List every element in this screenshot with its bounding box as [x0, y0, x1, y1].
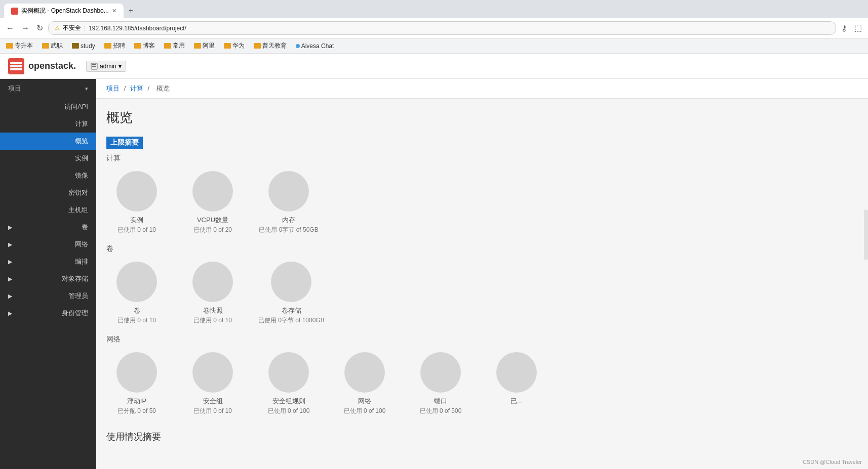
tab-title: 实例概况 - OpenStack Dashbo... [21, 7, 109, 15]
bookmark-label: 常用 [173, 41, 185, 50]
bookmark-item[interactable]: 武职 [40, 40, 65, 51]
sidebar-project-label: 项目 [8, 84, 21, 93]
sidebar-item-keypairs[interactable]: 密钥对 [0, 184, 96, 201]
sidebar-item-hostgroups[interactable]: 主机组 [0, 201, 96, 219]
usage-section-title: 使用情况摘要 [106, 431, 858, 443]
bookmark-item[interactable]: 普天教育 [252, 40, 289, 51]
bookmarks-bar: 专升本武职study招聘博客常用阿里华为普天教育Aivesa Chat [0, 38, 868, 54]
content-body: 概览 上限摘要 计算 实例 已使用 0 of 10 VCPU数量 已使用 0 o… [96, 99, 868, 453]
quota-usage: 已分配 0 of 50 [117, 407, 156, 415]
quota-label: 卷 [134, 306, 140, 315]
compute-subsection: 计算 实例 已使用 0 of 10 VCPU数量 已使用 0 of 20 内存 … [106, 154, 858, 234]
bookmark-item[interactable]: Aivesa Chat [294, 41, 336, 51]
network-quota-grid: 浮动IP 已分配 0 of 50 安全组 已使用 0 of 10 安全组规则 已… [106, 352, 858, 415]
sidebar-identity-label: 身份管理 [62, 309, 88, 318]
quota-section-title: 上限摘要 [106, 137, 143, 149]
bookmark-item[interactable]: study [70, 41, 97, 51]
scrollbar[interactable] [864, 209, 868, 260]
bookmark-item[interactable]: 专升本 [4, 40, 35, 51]
bookmark-folder-icon [72, 43, 79, 49]
sidebar-object-storage-header[interactable]: ▶ 对象存储 [0, 270, 96, 287]
bookmark-label: 阿里 [203, 41, 215, 50]
sidebar-item-overview[interactable]: 概览 [0, 133, 96, 150]
breadcrumb-project[interactable]: 项目 [106, 84, 120, 92]
quota-circle [192, 352, 233, 393]
address-separator: | [84, 25, 86, 32]
quota-label: 安全组规则 [272, 397, 305, 406]
quota-item: 内存 已使用 0字节 of 50GB [258, 171, 319, 234]
svg-rect-6 [92, 66, 96, 67]
chevron-right-obj-icon: ▶ [8, 276, 12, 282]
new-tab-button[interactable]: + [124, 3, 138, 18]
bookmark-item[interactable]: 华为 [222, 40, 247, 51]
address-url: 192.168.129.185/dashboard/project/ [89, 25, 186, 32]
active-tab[interactable]: 实例概况 - OpenStack Dashbo... ✕ [4, 4, 124, 18]
svg-rect-3 [10, 68, 22, 70]
quota-label: 安全组 [203, 397, 223, 406]
bookmark-label: study [81, 42, 95, 50]
quota-section-titlebar: 上限摘要 [106, 137, 858, 149]
content-area: 项目 / 计算 / 概览 概览 上限摘要 计算 实例 [96, 79, 868, 469]
sidebar-item-images[interactable]: 镜像 [0, 167, 96, 184]
browser-tab-bar: 实例概况 - OpenStack Dashbo... ✕ + [0, 0, 868, 18]
address-bar[interactable]: ⚠ 不安全 | 192.168.129.185/dashboard/projec… [48, 21, 836, 35]
tab-favicon [11, 8, 18, 15]
bookmark-label: 普天教育 [262, 41, 287, 50]
admin-dropdown-icon: ▾ [119, 63, 122, 70]
quota-item: VCPU数量 已使用 0 of 20 [182, 171, 243, 234]
refresh-button[interactable]: ↻ [34, 22, 45, 34]
bookmark-item[interactable]: 阿里 [192, 40, 217, 51]
chevron-right-identity-icon: ▶ [8, 310, 12, 317]
network-subsection-title: 网络 [106, 335, 858, 344]
sidebar-project-header[interactable]: 项目 ▾ [0, 79, 96, 98]
logo-icon [8, 58, 24, 74]
quota-usage: 已使用 0 of 10 [117, 226, 156, 234]
bookmark-folder-icon [164, 43, 171, 49]
breadcrumb: 项目 / 计算 / 概览 [96, 79, 868, 99]
admin-menu[interactable]: admin ▾ [86, 61, 126, 72]
bookmark-icon [296, 44, 300, 48]
back-button[interactable]: ← [4, 23, 16, 34]
breadcrumb-sep1: / [124, 84, 128, 92]
bookmark-item[interactable]: 常用 [162, 40, 187, 51]
sidebar-object-storage-label: 对象存储 [62, 274, 88, 283]
sidebar-network-header[interactable]: ▶ 网络 [0, 236, 96, 253]
sidebar-instances-label: 实例 [75, 154, 88, 162]
sidebar-admin-header[interactable]: ▶ 管理员 [0, 287, 96, 305]
sidebar-identity-header[interactable]: ▶ 身份管理 [0, 305, 96, 322]
browser-tabs: 实例概况 - OpenStack Dashbo... ✕ + [4, 3, 864, 18]
sidebar-orchestration-header[interactable]: ▶ 编排 [0, 253, 96, 270]
quota-label: 卷存储 [282, 306, 301, 315]
quota-circle [496, 352, 537, 393]
extensions-button[interactable]: ⬚ [852, 22, 864, 34]
breadcrumb-compute[interactable]: 计算 [130, 84, 143, 92]
forward-button[interactable]: → [19, 23, 31, 34]
quota-usage: 已使用 0 of 10 [117, 316, 156, 325]
quota-item: 端口 已使用 0 of 500 [410, 352, 471, 415]
sidebar-item-instances[interactable]: 实例 [0, 150, 96, 167]
svg-rect-2 [10, 65, 22, 67]
quota-label: 卷快照 [203, 306, 223, 315]
sidebar-compute-header[interactable]: 计算 [0, 115, 96, 133]
quota-item: 卷存储 已使用 0字节 of 1000GB [258, 262, 325, 325]
bookmark-folder-icon [134, 43, 141, 49]
quota-item: 浮动IP 已分配 0 of 50 [106, 352, 167, 415]
bookmark-folder-icon [254, 43, 261, 49]
quota-circle [344, 352, 385, 393]
sidebar-item-api[interactable]: 访问API [0, 98, 96, 115]
network-subsection: 网络 浮动IP 已分配 0 of 50 安全组 已使用 0 of 10 安全组规… [106, 335, 858, 415]
bookmark-label: Aivesa Chat [301, 42, 334, 50]
volumes-subsection-title: 卷 [106, 244, 858, 253]
sidebar-volumes-header[interactable]: ▶ 卷 [0, 219, 96, 236]
bookmark-item[interactable]: 招聘 [102, 40, 127, 51]
app-wrapper: openstack. admin ▾ 项目 ▾ 访问API 计算 [0, 54, 868, 469]
bookmark-folder-icon [42, 43, 49, 49]
bookmark-item[interactable]: 博客 [132, 40, 157, 51]
quota-item: 已... [486, 352, 547, 415]
profile-button[interactable]: ⚷ [839, 22, 849, 34]
page-title: 概览 [106, 109, 858, 126]
browser-chrome: 实例概况 - OpenStack Dashbo... ✕ + ← → ↻ ⚠ 不… [0, 0, 868, 54]
tab-close-button[interactable]: ✕ [112, 8, 116, 14]
admin-icon [91, 63, 98, 70]
bookmark-folder-icon [104, 43, 111, 49]
